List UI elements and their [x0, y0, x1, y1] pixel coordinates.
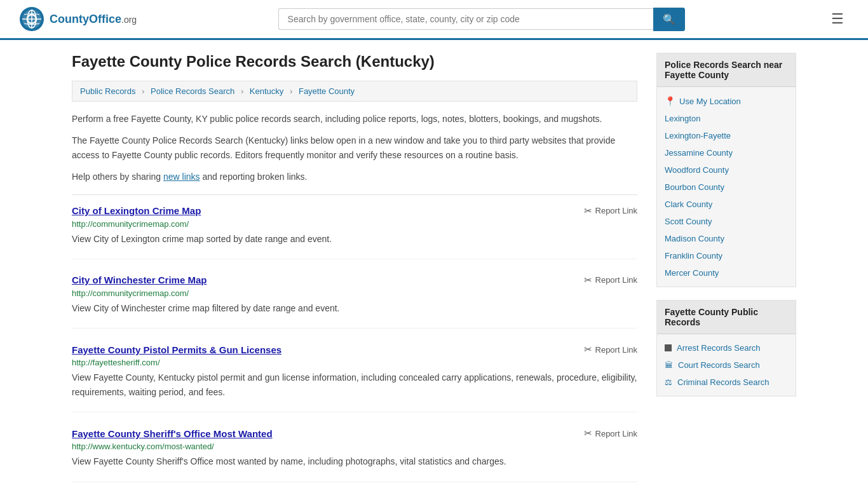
sidebar-link-woodford[interactable]: Woodford County — [657, 161, 796, 179]
result-title-row: Fayette County Sheriff's Office Most Wan… — [72, 428, 637, 439]
breadcrumb-sep-2: › — [241, 86, 243, 96]
sidebar: Police Records Search near Fayette Count… — [656, 53, 796, 488]
result-item: Fayette County Pistol Permits & Gun Lice… — [72, 344, 637, 412]
report-label: Report Link — [595, 345, 637, 355]
result-url: http://communitycrimemap.com/ — [72, 219, 637, 229]
result-link[interactable]: City of Winchester Crime Map — [72, 274, 207, 285]
result-link[interactable]: Fayette County Pistol Permits & Gun Lice… — [72, 344, 281, 355]
breadcrumb-link-police-records[interactable]: Police Records Search — [151, 86, 234, 96]
result-item: Fayette County Sheriff's Office Most Wan… — [72, 428, 637, 482]
court-records-label: Court Records Search — [678, 360, 760, 370]
sidebar-link-court-records[interactable]: 🏛 Court Records Search — [657, 356, 796, 374]
logo-icon — [19, 6, 44, 32]
sidebar-nearby-section: Police Records Search near Fayette Count… — [656, 53, 796, 287]
arrest-records-label: Arrest Records Search — [677, 343, 761, 353]
sidebar-link-clark[interactable]: Clark County — [657, 196, 796, 213]
sidebar-public-records-section: Fayette County Public Records Arrest Rec… — [656, 300, 796, 396]
logo-area: CountyOffice.org — [19, 6, 137, 32]
menu-button[interactable]: ☰ — [826, 8, 849, 30]
result-item: City of Winchester Crime Map ✂ Report Li… — [72, 274, 637, 329]
result-link[interactable]: City of Lexington Crime Map — [72, 205, 201, 216]
result-desc: View Fayette County, Kentucky pistol per… — [72, 370, 637, 399]
breadcrumb: Public Records › Police Records Search ›… — [72, 81, 637, 102]
report-icon: ✂ — [584, 205, 592, 217]
sidebar-link-scott[interactable]: Scott County — [657, 213, 796, 230]
search-button[interactable]: 🔍 — [653, 8, 685, 31]
breadcrumb-sep-3: › — [290, 86, 292, 96]
sidebar-link-jessamine[interactable]: Jessamine County — [657, 144, 796, 161]
sidebar-link-madison[interactable]: Madison County — [657, 230, 796, 247]
page-title: Fayette County Police Records Search (Ke… — [72, 53, 637, 71]
result-title-row: City of Lexington Crime Map ✂ Report Lin… — [72, 205, 637, 217]
sidebar-link-franklin[interactable]: Franklin County — [657, 247, 796, 264]
report-icon: ✂ — [584, 344, 592, 355]
sidebar-public-records-header: Fayette County Public Records — [657, 301, 796, 334]
result-desc: View City of Lexington crime map sorted … — [72, 232, 637, 246]
result-url: http://communitycrimemap.com/ — [72, 288, 637, 298]
header: CountyOffice.org 🔍 ☰ — [0, 0, 868, 40]
breadcrumb-link-public-records[interactable]: Public Records — [80, 86, 135, 96]
logo-name: CountyOffice — [50, 13, 121, 25]
result-link[interactable]: Fayette County Sheriff's Office Most Wan… — [72, 428, 273, 439]
search-input[interactable] — [278, 8, 653, 30]
report-icon: ✂ — [584, 274, 592, 286]
sidebar-public-records-body: Arrest Records Search 🏛 Court Records Se… — [657, 334, 796, 396]
report-link-button[interactable]: ✂ Report Link — [584, 428, 637, 439]
sidebar-link-lexington[interactable]: Lexington — [657, 110, 796, 127]
report-label: Report Link — [595, 275, 637, 285]
report-link-button[interactable]: ✂ Report Link — [584, 274, 637, 286]
description-2: The Fayette County Police Records Search… — [72, 133, 637, 162]
description-3: Help others by sharing new links and rep… — [72, 170, 637, 184]
result-desc: View City of Winchester crime map filter… — [72, 301, 637, 315]
sidebar-link-arrest-records[interactable]: Arrest Records Search — [657, 339, 796, 356]
description-1: Perform a free Fayette County, KY public… — [72, 112, 637, 126]
content: Fayette County Police Records Search (Ke… — [72, 53, 637, 488]
search-icon: 🔍 — [663, 14, 675, 25]
sidebar-nearby-body: 📍 Use My Location Lexington Lexington-Fa… — [657, 87, 796, 287]
result-url: http://fayettesheriff.com/ — [72, 358, 637, 367]
logo-text-area: CountyOffice.org — [50, 13, 137, 26]
use-location[interactable]: 📍 Use My Location — [657, 92, 796, 110]
breadcrumb-link-kentucky[interactable]: Kentucky — [250, 86, 283, 96]
breadcrumb-link-fayette-county[interactable]: Fayette County — [299, 86, 355, 96]
search-area: 🔍 — [278, 8, 685, 31]
pin-icon: 📍 — [665, 96, 675, 106]
main-container: Fayette County Police Records Search (Ke… — [53, 40, 815, 488]
law-icon: ⚖ — [665, 377, 672, 387]
sidebar-link-mercer[interactable]: Mercer County — [657, 264, 796, 281]
use-location-label: Use My Location — [679, 97, 741, 106]
sidebar-link-lexington-fayette[interactable]: Lexington-Fayette — [657, 127, 796, 144]
result-url: http://www.kentucky.com/most-wanted/ — [72, 442, 637, 451]
report-label: Report Link — [595, 429, 637, 438]
building-icon: 🏛 — [665, 360, 673, 370]
report-link-button[interactable]: ✂ Report Link — [584, 344, 637, 355]
result-title-row: Fayette County Pistol Permits & Gun Lice… — [72, 344, 637, 355]
sidebar-link-bourbon[interactable]: Bourbon County — [657, 179, 796, 196]
hamburger-icon: ☰ — [831, 11, 844, 27]
logo-suffix: .org — [121, 15, 137, 25]
result-title-row: City of Winchester Crime Map ✂ Report Li… — [72, 274, 637, 286]
report-icon: ✂ — [584, 428, 592, 439]
sidebar-link-criminal-records[interactable]: ⚖ Criminal Records Search — [657, 374, 796, 391]
report-link-button[interactable]: ✂ Report Link — [584, 205, 637, 217]
content-divider — [72, 194, 637, 195]
sidebar-nearby-header: Police Records Search near Fayette Count… — [657, 53, 796, 87]
result-item: City of Lexington Crime Map ✂ Report Lin… — [72, 205, 637, 259]
result-desc: View Fayette County Sheriff's Office mos… — [72, 454, 637, 468]
new-links-link[interactable]: new links — [163, 172, 200, 182]
breadcrumb-sep-1: › — [142, 86, 144, 96]
criminal-records-label: Criminal Records Search — [677, 377, 770, 387]
report-label: Report Link — [595, 206, 637, 215]
square-icon — [665, 344, 672, 351]
